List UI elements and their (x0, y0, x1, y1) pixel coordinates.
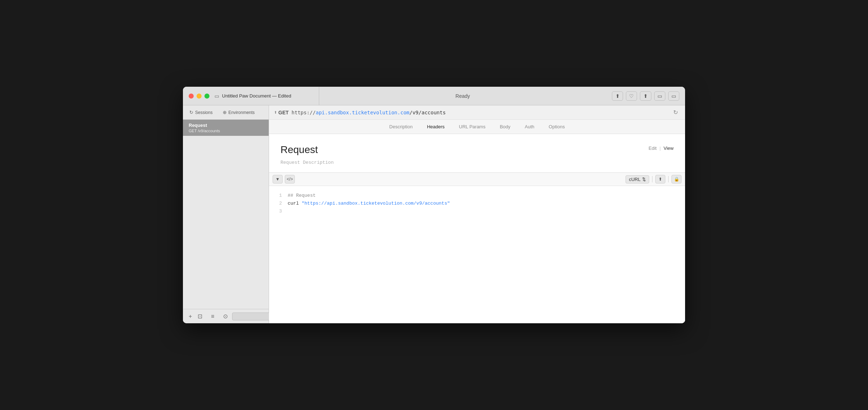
code-empty (288, 208, 678, 215)
sidebar-footer: + ⊡ ≡ ⊙ (183, 309, 269, 323)
folder-icon: ⊡ (198, 313, 202, 319)
request-section: Request Request Description Edit | View (269, 134, 685, 173)
sessions-label: Sessions (195, 110, 213, 115)
code-area: 1 ## Request 2 curl "https://api.sandbox… (269, 186, 685, 323)
sidebar-item-title: Request (189, 123, 263, 128)
titlebar: ▭ Untitled Paw Document — Edited Ready ⬆… (183, 87, 685, 105)
environments-icon: ⊕ (223, 110, 227, 115)
tab-description[interactable]: Description (382, 122, 420, 132)
toolbar-separator (652, 176, 652, 182)
tab-options[interactable]: Options (542, 122, 572, 132)
layout2-button[interactable]: ▭ (668, 91, 679, 101)
sidebar-item-subtitle: GET /v9/accounts (189, 129, 263, 133)
code-toolbar-left: ▼ </> (273, 175, 295, 183)
list-item[interactable]: Request GET /v9/accounts (183, 120, 269, 136)
tab-auth[interactable]: Auth (518, 122, 542, 132)
edit-view-controls: Edit | View (648, 146, 674, 151)
titlebar-center: Ready (319, 93, 606, 99)
curl-arrow-icon: ⇅ (642, 177, 646, 182)
method-arrow-icon: ⬆ (274, 110, 277, 114)
request-description: Request Description (280, 160, 674, 165)
export-button[interactable]: ⬆ (640, 91, 651, 101)
refresh-button[interactable]: ↻ (671, 108, 680, 116)
edit-link[interactable]: Edit (648, 146, 656, 151)
filter-button[interactable]: ⊙ (222, 312, 229, 320)
sidebar: ↻ Sessions ⊕ Environments Request GET /v… (183, 105, 269, 323)
main-area: ↻ Sessions ⊕ Environments Request GET /v… (183, 105, 685, 323)
request-title: Request (280, 144, 674, 156)
export-icon: ⬆ (643, 93, 648, 99)
close-button[interactable] (189, 94, 194, 99)
code-line-2: 2 curl "https://api.sandbox.ticketevolut… (276, 200, 678, 208)
lock-button[interactable]: 🔒 (671, 175, 681, 183)
sessions-nav-item[interactable]: ↻ Sessions (187, 108, 215, 116)
code-command: curl "https://api.sandbox.ticketevolutio… (288, 200, 678, 208)
minimize-button[interactable] (197, 94, 202, 99)
code-string: "https://api.sandbox.ticketevolution.com… (302, 201, 450, 206)
dropdown-icon: ▼ (275, 177, 280, 182)
lock-icon: 🔒 (674, 177, 679, 182)
tab-headers[interactable]: Headers (420, 122, 452, 132)
toolbar-separator2 (668, 176, 669, 182)
code-toolbar: ▼ </> cURL ⇅ (269, 173, 685, 186)
document-title: Untitled Paw Document — Edited (222, 93, 291, 99)
url-path: /v9/accounts (410, 110, 446, 115)
sidebar-list: Request GET /v9/accounts (183, 120, 269, 309)
tab-url-params[interactable]: URL Params (452, 122, 493, 132)
document-icon: ▭ (214, 93, 219, 99)
status-label: Ready (456, 93, 470, 99)
tab-body[interactable]: Body (492, 122, 518, 132)
url-scheme: https:// (292, 110, 316, 115)
code-format-button[interactable]: </> (285, 175, 295, 183)
window-buttons (189, 94, 209, 99)
layout1-icon: ▭ (657, 93, 662, 99)
line-number: 3 (276, 208, 282, 215)
maximize-button[interactable] (204, 94, 209, 99)
share-icon: ♡ (629, 93, 634, 99)
environments-label: Environments (228, 110, 255, 115)
share-code-button[interactable]: ⬆ (655, 175, 665, 183)
add-folder-button[interactable]: ⊡ (196, 312, 204, 320)
content-area: ⬆ GET https://api.sandbox.ticketevolutio… (269, 105, 685, 323)
sessions-icon: ↻ (189, 110, 193, 115)
titlebar-left: ▭ Untitled Paw Document — Edited (183, 87, 319, 105)
method-selector[interactable]: ⬆ GET (274, 110, 289, 115)
code-line-1: 1 ## Request (276, 192, 678, 200)
plus-icon: + (189, 313, 192, 319)
upload-icon: ⬆ (615, 93, 620, 99)
sort-icon: ≡ (211, 313, 214, 319)
code-comment: ## Request (288, 192, 678, 200)
sort-button[interactable]: ≡ (209, 313, 216, 320)
share-button[interactable]: ♡ (626, 91, 637, 101)
content-body: Request Request Description Edit | View … (269, 134, 685, 323)
titlebar-right: ⬆ ♡ ⬆ ▭ ▭ (606, 91, 685, 101)
layout2-icon: ▭ (671, 93, 676, 99)
code-line-3: 3 (276, 208, 678, 215)
refresh-icon: ↻ (673, 109, 678, 115)
environments-nav-item[interactable]: ⊕ Environments (221, 108, 257, 116)
code-toolbar-right: cURL ⇅ ⬆ 🔒 (626, 175, 681, 183)
sidebar-nav: ↻ Sessions ⊕ Environments (183, 105, 269, 120)
http-method-label: GET (278, 110, 289, 115)
filter-icon: ⊙ (223, 313, 228, 319)
curl-label: cURL (629, 177, 641, 182)
dropdown-button[interactable]: ▼ (273, 175, 283, 183)
url-input[interactable]: https://api.sandbox.ticketevolution.com/… (292, 110, 668, 115)
layout1-button[interactable]: ▭ (654, 91, 665, 101)
line-number: 1 (276, 192, 282, 200)
view-link[interactable]: View (664, 146, 674, 151)
url-host: api.sandbox.ticketevolution.com (316, 110, 409, 115)
edit-view-separator: | (660, 146, 661, 151)
line-number: 2 (276, 200, 282, 208)
upload-button[interactable]: ⬆ (612, 91, 623, 101)
url-bar: ⬆ GET https://api.sandbox.ticketevolutio… (269, 105, 685, 120)
code-format-icon: </> (287, 177, 293, 182)
app-window: ▭ Untitled Paw Document — Edited Ready ⬆… (183, 87, 685, 323)
curl-selector[interactable]: cURL ⇅ (626, 175, 649, 183)
code-panel: ▼ </> cURL ⇅ (269, 173, 685, 323)
add-item-button[interactable]: + (187, 313, 193, 320)
tabs-bar: Description Headers URL Params Body Auth… (269, 120, 685, 134)
share-code-icon: ⬆ (659, 177, 662, 182)
